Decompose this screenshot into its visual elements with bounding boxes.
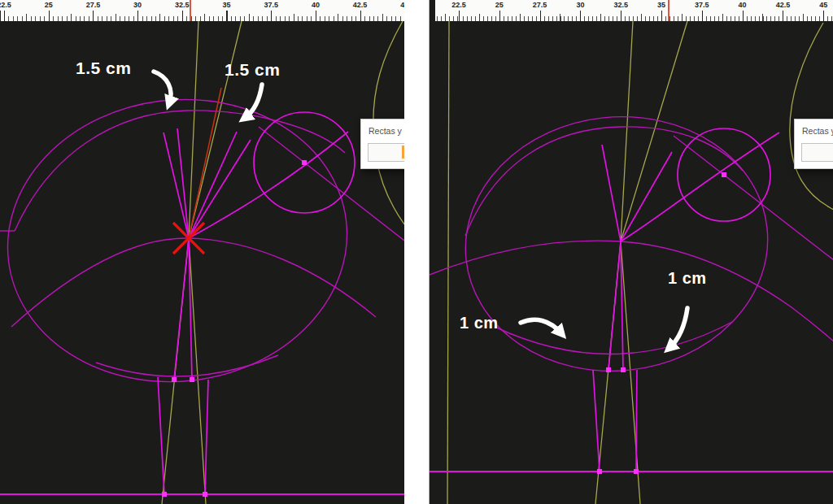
ruler-label: 40 — [312, 1, 320, 9]
construction-line[interactable] — [621, 21, 687, 504]
dart-line[interactable] — [608, 241, 621, 370]
pattern-point[interactable] — [302, 160, 307, 165]
dart-line[interactable] — [164, 133, 189, 238]
accent-highlight — [402, 146, 404, 159]
measurement-label: 1.5 cm — [225, 60, 280, 80]
tool-popup: Rectas y cu — [360, 119, 404, 169]
pattern-point[interactable] — [621, 367, 626, 372]
ruler-label: 30 — [133, 1, 142, 9]
construction-lines[interactable] — [447, 21, 833, 504]
measurement-label: 1.5 cm — [76, 59, 131, 78]
tool-popup: Rectas y cu — [794, 119, 833, 169]
pattern-point[interactable] — [172, 377, 177, 382]
ruler-label: 35 — [222, 1, 230, 9]
pattern-point[interactable] — [722, 172, 726, 177]
construction-line[interactable] — [447, 21, 449, 504]
dart-lines[interactable] — [0, 112, 404, 494]
ruler-label: 25 — [45, 1, 53, 9]
ruler-label: 35 — [657, 1, 665, 9]
dart-line[interactable] — [189, 132, 237, 238]
ruler-label: 22.5 — [0, 1, 11, 9]
pattern-view-right: 1 cm 1 cm Rectas y cu 22.52527.53032.535… — [429, 0, 833, 504]
ruler-label: 27.5 — [533, 1, 547, 9]
ruler-label: 32.5 — [613, 1, 628, 9]
pattern-point[interactable] — [634, 469, 639, 474]
ruler-label: 25 — [495, 1, 504, 9]
ruler-label: 42.5 — [353, 1, 368, 9]
ruler-label: 37.5 — [695, 1, 709, 9]
dart-line[interactable] — [174, 238, 189, 380]
curved-arrow-icon — [245, 85, 262, 118]
pattern-point[interactable] — [597, 469, 602, 474]
popup-title: Rectas y cu — [795, 119, 833, 136]
ruler-label: 22.5 — [451, 1, 466, 9]
ruler-label: 40 — [739, 1, 747, 9]
annotation-arrows — [521, 308, 687, 348]
measurement-label: 1 cm — [668, 269, 707, 288]
pattern-point[interactable] — [162, 492, 167, 497]
construction-line[interactable] — [162, 21, 198, 504]
dart-line[interactable] — [621, 152, 672, 241]
inner-top-arc[interactable] — [465, 127, 743, 236]
selection-overlay — [173, 88, 221, 254]
leg-line[interactable] — [158, 377, 164, 494]
leg-line[interactable] — [205, 380, 208, 494]
horizontal-ruler[interactable]: 22.52527.53032.53537.54042.545 — [0, 0, 404, 21]
ruler-label: 30 — [576, 1, 584, 9]
ruler-label: 45 — [400, 1, 404, 9]
pattern-curves[interactable] — [0, 80, 404, 401]
dart-lines[interactable] — [430, 128, 833, 471]
pattern-points[interactable] — [162, 160, 307, 497]
leg-line[interactable] — [593, 370, 600, 471]
popup-title: Rectas y cu — [361, 119, 404, 136]
drawing-canvas[interactable] — [0, 0, 404, 504]
ruler-label: 45 — [819, 1, 827, 9]
construction-curve[interactable] — [790, 23, 833, 210]
ruler-major-ticks — [0, 11, 404, 21]
screenshot-comparison: { "left_panel": { "ruler": { "labels": [… — [0, 0, 833, 504]
popup-input[interactable] — [801, 143, 833, 162]
ruler-major-ticks — [435, 11, 833, 21]
measurement-label: 1 cm — [460, 314, 499, 332]
construction-line[interactable] — [595, 21, 633, 504]
popup-input[interactable] — [368, 143, 404, 162]
ruler-label: 32.5 — [175, 1, 190, 9]
construction-line[interactable] — [189, 21, 242, 504]
horizontal-ruler[interactable]: 22.52527.53032.53537.54042.545 — [435, 0, 833, 21]
pattern-curves[interactable] — [430, 102, 833, 385]
ruler-cursor-marker — [190, 0, 191, 21]
construction-lines[interactable] — [162, 21, 404, 504]
ruler-label: 42.5 — [776, 1, 791, 9]
curved-arrow-icon — [154, 72, 171, 103]
curved-arrow-icon — [521, 319, 561, 333]
ruler-label: 27.5 — [86, 1, 101, 9]
ruler-cursor-marker — [668, 0, 669, 21]
dart-line[interactable] — [189, 140, 251, 238]
drawing-canvas[interactable] — [430, 0, 833, 504]
head-ellipse[interactable] — [453, 102, 781, 385]
dart-line[interactable] — [602, 145, 621, 241]
pattern-view-left: 1.5 cm 1.5 cm Rectas y cu 22.52527.53032… — [0, 0, 404, 504]
pattern-point[interactable] — [190, 377, 194, 382]
leg-line[interactable] — [636, 370, 637, 471]
princess-curve[interactable] — [621, 133, 779, 241]
head-ellipse[interactable] — [0, 80, 364, 401]
pattern-point[interactable] — [203, 492, 207, 497]
dart-line[interactable] — [177, 128, 189, 238]
bottom-offset-arc[interactable] — [96, 355, 278, 376]
ruler-label: 37.5 — [264, 1, 278, 9]
pattern-point[interactable] — [606, 367, 611, 372]
